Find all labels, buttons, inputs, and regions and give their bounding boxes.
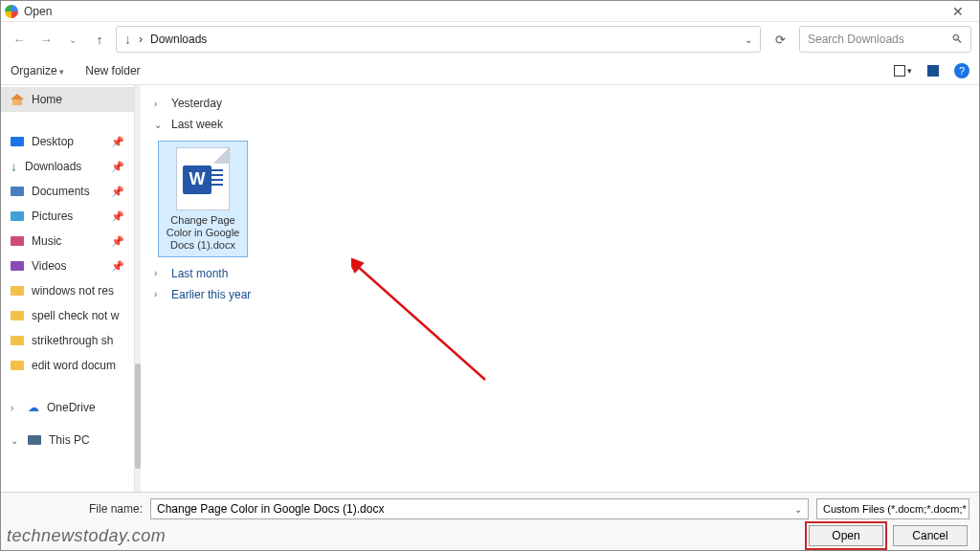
- chevron-down-icon: ⌄: [967, 503, 969, 516]
- file-name-label: Change Page Color in Google Docs (1).doc…: [161, 214, 245, 253]
- search-input[interactable]: Search Downloads 🔍︎: [799, 26, 971, 53]
- sidebar-item-downloads[interactable]: ↓Downloads📌: [1, 154, 134, 179]
- chevron-right-icon: ›: [154, 99, 166, 109]
- filetype-filter[interactable]: Custom Files (*.docm;*.docm;* ⌄: [816, 498, 969, 519]
- sidebar: Home Desktop📌 ↓Downloads📌 Documents📌 Pic…: [1, 85, 135, 492]
- filename-input[interactable]: Change Page Color in Google Docs (1).doc…: [150, 498, 809, 519]
- folder-icon: [11, 336, 24, 345]
- address-bar[interactable]: ↓ › Downloads ⌄: [116, 26, 761, 53]
- folder-icon: [11, 286, 24, 296]
- folder-icon: [11, 361, 24, 370]
- organize-menu[interactable]: Organize: [11, 64, 64, 77]
- filename-label: File name:: [11, 502, 143, 516]
- annotation-arrow: [351, 236, 495, 389]
- sidebar-item-folder-4[interactable]: edit word docum: [1, 353, 134, 378]
- forward-button[interactable]: →: [35, 29, 56, 50]
- preview-pane-button[interactable]: [927, 65, 939, 77]
- pin-icon: 📌: [111, 136, 124, 148]
- chevron-down-icon: ⌄: [154, 120, 166, 130]
- bottom-panel: File name: Change Page Color in Google D…: [1, 492, 979, 550]
- search-placeholder: Search Downloads: [808, 33, 951, 46]
- music-icon: [11, 236, 24, 246]
- chevron-right-icon: ›: [154, 268, 166, 278]
- group-lastweek[interactable]: ⌄Last week: [152, 114, 968, 135]
- filename-dropdown[interactable]: ⌄: [794, 504, 802, 515]
- sidebar-item-onedrive[interactable]: ›☁OneDrive: [1, 395, 134, 420]
- file-list-pane: ›Yesterday ⌄Last week W Change Page Colo…: [141, 85, 979, 492]
- cloud-icon: ☁: [28, 401, 39, 414]
- up-button[interactable]: ↑: [89, 29, 110, 50]
- videos-icon: [11, 261, 24, 271]
- recent-drop[interactable]: ⌄: [62, 29, 83, 50]
- group-earlier[interactable]: ›Earlier this year: [152, 284, 968, 305]
- word-doc-icon: W: [176, 147, 230, 210]
- sidebar-item-folder-2[interactable]: spell check not w: [1, 303, 134, 328]
- file-item-selected[interactable]: W Change Page Color in Google Docs (1).d…: [158, 141, 248, 257]
- pictures-icon: [11, 211, 24, 221]
- pin-icon: 📌: [111, 186, 124, 198]
- chevron-right-icon: ›: [11, 403, 20, 413]
- view-mode-button[interactable]: ▾: [894, 65, 912, 77]
- new-folder-button[interactable]: New folder: [85, 64, 140, 77]
- group-lastmonth[interactable]: ›Last month: [152, 263, 968, 284]
- open-button[interactable]: Open: [809, 525, 883, 546]
- chevron-down-icon: ⌄: [11, 435, 20, 446]
- close-button[interactable]: ✕: [941, 4, 975, 19]
- search-icon: 🔍︎: [951, 33, 963, 46]
- sidebar-item-folder-3[interactable]: strikethrough sh: [1, 328, 134, 353]
- back-button[interactable]: ←: [9, 29, 30, 50]
- cancel-button[interactable]: Cancel: [893, 525, 968, 546]
- sidebar-item-folder-1[interactable]: windows not res: [1, 278, 134, 303]
- folder-icon: [11, 311, 24, 320]
- breadcrumb-location[interactable]: Downloads: [150, 33, 207, 46]
- breadcrumb-sep: ›: [139, 33, 143, 46]
- sidebar-item-pictures[interactable]: Pictures📌: [1, 204, 134, 229]
- sidebar-item-music[interactable]: Music📌: [1, 229, 134, 253]
- sidebar-item-documents[interactable]: Documents📌: [1, 179, 134, 204]
- pin-icon: 📌: [111, 235, 124, 248]
- sidebar-item-videos[interactable]: Videos📌: [1, 253, 134, 278]
- window-title: Open: [24, 5, 941, 18]
- documents-icon: [11, 187, 24, 196]
- pin-icon: 📌: [111, 161, 124, 173]
- app-icon: [5, 5, 18, 18]
- sidebar-item-desktop[interactable]: Desktop📌: [1, 129, 134, 154]
- home-icon: [11, 94, 24, 105]
- desktop-icon: [11, 137, 24, 146]
- help-icon[interactable]: ?: [954, 63, 969, 78]
- nav-row: ← → ⌄ ↑ ↓ › Downloads ⌄ ⟳ Search Downloa…: [1, 22, 979, 56]
- downloads-icon: ↓: [124, 32, 131, 47]
- sidebar-item-home[interactable]: Home: [1, 87, 134, 112]
- group-yesterday[interactable]: ›Yesterday: [152, 93, 968, 114]
- titlebar: Open ✕: [1, 1, 979, 22]
- chevron-right-icon: ›: [154, 289, 166, 299]
- pc-icon: [28, 435, 41, 445]
- pin-icon: 📌: [111, 260, 124, 273]
- sidebar-item-thispc[interactable]: ⌄This PC: [1, 428, 134, 452]
- pin-icon: 📌: [111, 210, 124, 223]
- address-dropdown[interactable]: ⌄: [745, 34, 752, 45]
- refresh-button[interactable]: ⟳: [767, 26, 793, 53]
- filename-value: Change Page Color in Google Docs (1).doc…: [157, 502, 384, 516]
- downloads-icon: ↓: [11, 162, 17, 171]
- toolbar: Organize New folder ▾ ?: [1, 56, 979, 85]
